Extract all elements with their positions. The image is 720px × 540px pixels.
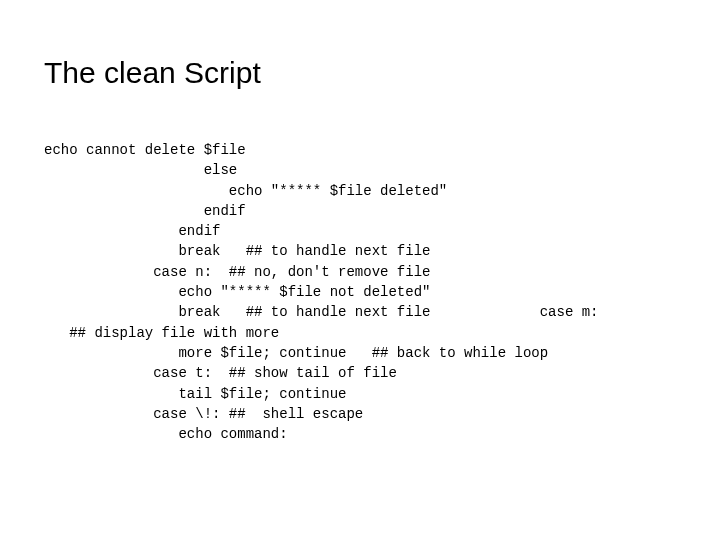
code-listing: echo cannot delete $file else echo "****…: [44, 140, 696, 444]
slide-title: The clean Script: [44, 56, 261, 90]
slide: The clean Script echo cannot delete $fil…: [0, 0, 720, 540]
